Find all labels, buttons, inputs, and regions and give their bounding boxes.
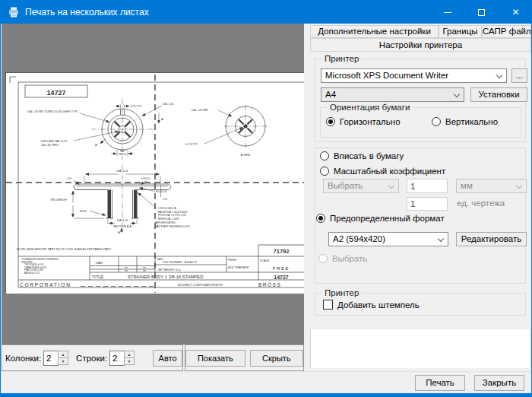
- scale-group: Вписать в бумагу Масштабный коэффициент …: [315, 148, 526, 284]
- drawing-annotation: DIA. 1.00: [117, 219, 128, 222]
- drawing-annotation: 0.19: [67, 177, 71, 180]
- scale-select[interactable]: Выбрать: [323, 179, 399, 193]
- orientation-horizontal-option[interactable]: Горизонтально: [326, 117, 401, 126]
- edit-format-button[interactable]: Редактировать: [456, 232, 527, 246]
- drawing-annotation: R0.06: [80, 210, 87, 213]
- orientation-group: Ориентация бумаги Горизонтально Вертикал…: [320, 107, 521, 138]
- checkbox-unchecked-icon[interactable]: [323, 300, 333, 310]
- hide-all-button[interactable]: Скрыть все: [250, 350, 303, 367]
- columns-spin-down-icon[interactable]: ▼: [58, 357, 68, 365]
- drawing-annotation: DIA. 1.65 SET DOWN X 0.050 DEEP (TYP): [27, 110, 78, 113]
- drawing-annotation: A VIEW: [241, 154, 251, 157]
- orientation-group-label: Ориентация бумаги: [327, 103, 413, 113]
- orientation-horizontal-label: Горизонтально: [340, 117, 401, 126]
- window-bottom-border: [1, 393, 532, 397]
- drawing-annotation: MAX PLATE THICKNESS 0.0012: [155, 225, 190, 228]
- orientation-vertical-option[interactable]: Вертикально: [432, 117, 498, 126]
- dialog-window: Печать на нескольких листах ✕: [0, 0, 532, 397]
- scale-value2-input[interactable]: [407, 197, 448, 211]
- drawing-annotation: 14727: [46, 89, 65, 97]
- tab-printer-settings[interactable]: Настройки принтера: [310, 38, 531, 52]
- drawing-annotation: THD LENGTH: [50, 198, 67, 202]
- drawing-annotation: A: [95, 143, 97, 147]
- unit-select[interactable]: мм: [456, 179, 527, 193]
- drawing-annotation: TITLE:: [92, 275, 105, 279]
- fit-to-paper-option[interactable]: Вписать в бумагу: [320, 151, 404, 160]
- drawing-annotation: NOTE: BRIDGEPORT PART NO R 17131 IS AN A…: [17, 247, 112, 251]
- tab-borders[interactable]: Границы: [439, 25, 482, 38]
- preset-format-option[interactable]: Предопределенный формат: [316, 214, 445, 223]
- drawing-annotation: CORPORATION: [20, 282, 71, 287]
- radio-disabled-icon: [318, 254, 328, 263]
- minimize-icon: [444, 12, 451, 13]
- drawing-annotation: 0.19 TYP: [131, 105, 142, 108]
- title-block: [18, 245, 304, 287]
- radio-unchecked-icon[interactable]: [320, 167, 329, 176]
- drawing-annotation: MINOR DIA. 1.5439: [158, 218, 179, 221]
- printer-group-label: Принтер: [321, 54, 362, 64]
- scale-factor-label: Масштабный коэффициент: [334, 167, 445, 176]
- columns-input[interactable]: [43, 351, 59, 366]
- radio-unchecked-icon[interactable]: [432, 117, 441, 126]
- add-stamp-option[interactable]: Добавить штемпель: [323, 300, 420, 310]
- drawing-annotation: A: [161, 117, 163, 121]
- radio-checked-icon[interactable]: [326, 117, 335, 126]
- printer-icon: [8, 6, 20, 18]
- drawing-annotation: DAN: [96, 261, 103, 265]
- drawing-annotation: FREE: [273, 266, 290, 271]
- drawing-annotation: SECTION A-A: [113, 225, 132, 228]
- drawing-annotation: C050 7030 BRASS - 2600 ALLOY: [163, 261, 197, 264]
- drawing-annotation: R0.15/0.56: [156, 190, 167, 193]
- drawing-sheet[interactable]: 14727DIA. 1.65 SET DOWN X 0.050 DEEP (TY…: [5, 72, 304, 294]
- tab-page-empty-area: [310, 329, 531, 368]
- unit-select-value: мм: [461, 181, 473, 190]
- tab-additional-settings[interactable]: Дополнительные настройки: [310, 25, 439, 38]
- drawing-annotation: BROSS: [258, 282, 281, 287]
- minimize-button[interactable]: [430, 1, 464, 24]
- printer-browse-button[interactable]: ...: [511, 68, 527, 83]
- printer-setup-button[interactable]: Установки: [470, 87, 527, 102]
- rows-input[interactable]: [109, 351, 125, 366]
- drawing-annotation: STRAINER BODY 1 3/8-16 STAMPED: [128, 275, 203, 279]
- drawing-annotations: 14727DIA. 1.65 SET DOWN X 0.050 DEEP (TY…: [17, 89, 290, 287]
- stamp-group: Принтер Добавить штемпель: [315, 293, 526, 316]
- drawing-annotation: PITCH DIA. 1.5779/1.5726: [158, 214, 186, 217]
- drawing-annotation: DIA. 2.00 REF: [192, 109, 208, 112]
- print-preview-area[interactable]: 14727DIA. 1.65 SET DOWN X 0.050 DEEP (TY…: [2, 24, 304, 345]
- chevron-down-icon: [454, 91, 460, 97]
- rows-spin-down-icon[interactable]: ▼: [124, 357, 135, 365]
- radio-unchecked-icon[interactable]: [320, 151, 329, 160]
- drawing-units-label: ед. чертежа: [457, 198, 505, 208]
- close-dialog-button[interactable]: Закрыть: [474, 375, 524, 391]
- chevron-down-icon: [496, 72, 502, 78]
- drawing-annotation: FINISH:: [228, 259, 236, 262]
- tab-cad-file[interactable]: САПР файл: [482, 25, 531, 38]
- preset-format-select[interactable]: A2 (594x420): [328, 232, 448, 246]
- drawing-annotation: 1 3/8-16-UNC-2A: [158, 207, 177, 210]
- choose-option-disabled: Выбрать: [318, 254, 367, 263]
- drawing-annotation: NET WEIGHT: 55 g: [158, 268, 180, 272]
- auto-button[interactable]: Авто: [153, 350, 182, 367]
- show-all-button[interactable]: Показать все: [185, 350, 245, 367]
- drawing-annotation: REF: [120, 150, 125, 153]
- scale-factor-option[interactable]: Масштабный коэффициент: [320, 167, 445, 176]
- add-stamp-label: Добавить штемпель: [337, 300, 420, 310]
- preset-format-label: Предопределенный формат: [330, 214, 445, 223]
- print-button[interactable]: Печать: [415, 375, 465, 391]
- chevron-down-icon: [516, 183, 522, 189]
- drawing-annotation: DRILL AND TAP 10-32: [41, 140, 67, 143]
- close-button[interactable]: ✕: [499, 1, 532, 24]
- title-bar: Печать на нескольких листах ✕: [1, 1, 532, 24]
- preset-format-value: A2 (594x420): [333, 234, 385, 243]
- drawing-annotation: UNC-2B THRU: [41, 144, 59, 147]
- drawing-annotation: 1.25: [163, 198, 167, 201]
- scale-select-value: Выбрать: [328, 181, 363, 190]
- maximize-button[interactable]: [464, 1, 499, 24]
- chevron-down-icon: [438, 236, 444, 242]
- drawing-annotation: 14727: [274, 275, 289, 280]
- scale-value1-input[interactable]: [407, 179, 448, 193]
- radio-checked-icon[interactable]: [316, 214, 325, 223]
- printer-select[interactable]: Microsoft XPS Document Writer: [321, 68, 507, 83]
- paper-size-select[interactable]: A4: [321, 87, 464, 102]
- drawing-annotation: DIA. 1.34: [163, 103, 173, 106]
